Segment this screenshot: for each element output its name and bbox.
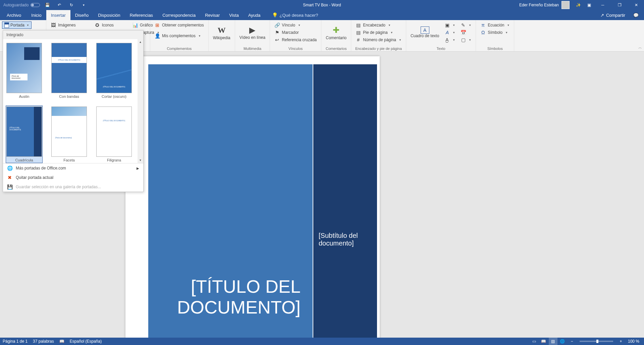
minimize-button[interactable]: ─ — [595, 0, 610, 10]
document-subtitle-placeholder[interactable]: [Subtítulo del documento] — [319, 232, 372, 247]
undo-icon[interactable]: ↶ — [55, 0, 64, 10]
collapse-ribbon-button[interactable]: ︿ — [638, 45, 642, 50]
faceta-thumbnail — [51, 107, 87, 157]
icons-button[interactable]: ✪Iconos — [92, 21, 116, 29]
wikipedia-button[interactable]: W Wikipedia — [211, 21, 233, 44]
qat-customize-icon[interactable]: ▼ — [79, 0, 88, 10]
share-button[interactable]: ↗ Compartir — [596, 10, 629, 20]
object-button[interactable]: ▢▼ — [458, 36, 474, 44]
tab-view[interactable]: Vista — [224, 10, 244, 20]
bookmark-button[interactable]: ⚑Marcador — [272, 29, 319, 36]
cover-template-con-bandas[interactable]: Con bandas — [51, 42, 88, 99]
tab-references[interactable]: Referencias — [125, 10, 158, 20]
word-count[interactable]: 37 palabras — [33, 339, 54, 344]
con-bandas-thumbnail — [51, 43, 87, 93]
group-comments-label: Comentarios — [323, 46, 349, 51]
zoom-in-button[interactable]: + — [616, 338, 625, 345]
cross-reference-button[interactable]: ↩Referencia cruzada — [272, 36, 319, 44]
tell-me-search[interactable]: 💡 ¿Qué desea hacer? — [265, 10, 318, 20]
header-button[interactable]: ▤Encabezado▼ — [353, 21, 404, 29]
focus-mode-button[interactable]: ▭ — [530, 338, 539, 345]
comment-icon: ✚ — [331, 25, 341, 36]
comment-button[interactable]: ✚ Comentario — [323, 21, 349, 44]
gallery-scrollbar[interactable]: ▲ ▼ — [138, 39, 143, 163]
scroll-up-icon[interactable]: ▲ — [138, 39, 143, 45]
link-button[interactable]: 🔗Vínculo▼ — [272, 21, 319, 29]
cover-main-panel[interactable]: [TÍTULO DEL DOCUMENTO] — [148, 64, 313, 338]
page-indicator[interactable]: Página 1 de 1 — [3, 339, 28, 344]
wikipedia-icon: W — [216, 25, 227, 36]
signature-icon: ✎ — [461, 22, 466, 28]
ribbon-display-icon[interactable]: ▣ — [584, 0, 594, 10]
cover-page-icon — [4, 22, 9, 28]
comments-pane-button[interactable]: 💬 — [629, 10, 643, 20]
tab-help[interactable]: Ayuda — [244, 10, 265, 20]
more-covers-office-button[interactable]: 🌐 Más portadas de Office.com ▶ — [3, 163, 143, 173]
scroll-down-icon[interactable]: ▼ — [138, 157, 143, 163]
my-addins-button[interactable]: 👤Mis complementos▼ — [152, 32, 206, 40]
drop-cap-icon: A̲ — [444, 37, 450, 43]
coming-soon-icon[interactable]: ✨ — [574, 0, 583, 10]
online-video-button[interactable]: ▶ Vídeo en línea — [237, 21, 268, 44]
maximize-button[interactable]: ❐ — [612, 0, 627, 10]
status-bar: Página 1 de 1 37 palabras 📖 Español (Esp… — [0, 338, 644, 345]
tab-layout[interactable]: Disposición — [93, 10, 125, 20]
signature-button[interactable]: ✎▼ — [458, 21, 474, 29]
zoom-level[interactable]: 100 % — [626, 339, 641, 344]
symbol-button[interactable]: ΩSímbolo▼ — [478, 29, 512, 36]
gallery-section-header: Integrado — [3, 30, 143, 39]
tab-design[interactable]: Diseño — [70, 10, 93, 20]
drop-cap-button[interactable]: A̲▼ — [442, 36, 458, 44]
close-button[interactable]: ✕ — [629, 0, 644, 10]
tab-insert[interactable]: Insertar — [46, 10, 70, 20]
group-addins-label: Complementos — [152, 46, 206, 51]
group-symbols-label: Símbolos — [478, 46, 512, 51]
group-links-label: Vínculos — [272, 46, 319, 51]
save-icon[interactable]: 💾 — [43, 0, 52, 10]
wordart-icon: A — [444, 30, 450, 35]
get-addins-button[interactable]: ⊞Obtener complementos — [152, 21, 206, 29]
page-number-button[interactable]: #Número de página▼ — [353, 36, 404, 44]
cover-template-austin[interactable]: Austin — [6, 42, 43, 99]
date-time-button[interactable]: 📅 — [458, 29, 474, 36]
cover-template-cortar-oscuro[interactable]: Cortar (oscuro) — [96, 42, 132, 99]
document-title-placeholder[interactable]: [TÍTULO DEL DOCUMENTO] — [148, 276, 301, 318]
zoom-out-button[interactable]: − — [568, 338, 576, 345]
read-mode-button[interactable]: 📖 — [539, 338, 548, 345]
redo-icon[interactable]: ↻ — [67, 0, 76, 10]
date-icon: 📅 — [461, 30, 466, 35]
remove-cover-button[interactable]: ✖ Quitar portada actual — [3, 173, 143, 182]
wordart-button[interactable]: A▼ — [442, 29, 458, 36]
cortar-thumbnail — [96, 43, 132, 93]
group-text-label: Texto — [408, 46, 474, 51]
zoom-slider[interactable] — [580, 341, 613, 342]
user-account[interactable]: Eder Ferreño Esteban — [519, 1, 572, 9]
tab-review[interactable]: Revisar — [200, 10, 224, 20]
equation-icon: π — [480, 22, 486, 28]
tab-mailings[interactable]: Correspondencia — [158, 10, 200, 20]
store-icon: ⊞ — [155, 22, 160, 28]
web-layout-button[interactable]: 🌐 — [558, 338, 567, 345]
language-indicator[interactable]: Español (España) — [70, 339, 102, 344]
spell-check-icon[interactable]: 📖 — [59, 339, 64, 344]
tab-home[interactable]: Inicio — [26, 10, 46, 20]
print-layout-button[interactable]: ▤ — [549, 338, 557, 345]
addins-icon: 👤 — [155, 33, 160, 39]
cover-template-filigrana[interactable]: Filigrana — [96, 106, 132, 163]
quick-parts-button[interactable]: ▣▼ — [442, 21, 458, 29]
cover-template-faceta[interactable]: Faceta — [51, 106, 88, 163]
cross-ref-icon: ↩ — [274, 37, 280, 43]
pictures-button[interactable]: 🖼Imágenes — [48, 21, 78, 29]
footer-button[interactable]: ▤Pie de página▼ — [353, 29, 404, 36]
cover-template-cuadricula[interactable]: Cuadrícula — [6, 106, 43, 163]
equation-button[interactable]: πEcuación▼ — [478, 21, 512, 29]
symbol-icon: Ω — [480, 30, 486, 35]
group-multimedia-label: Multimedia — [237, 46, 268, 51]
text-box-button[interactable]: A Cuadro de texto — [408, 21, 441, 44]
tab-file[interactable]: Archivo — [1, 10, 26, 20]
cover-side-panel[interactable]: [Subtítulo del documento] — [313, 64, 377, 338]
page[interactable]: [TÍTULO DEL DOCUMENTO] [Subtítulo del do… — [125, 56, 380, 338]
autosave-toggle[interactable]: Autoguardado — [3, 3, 40, 7]
quick-parts-icon: ▣ — [444, 22, 450, 28]
cover-page-button[interactable]: Portada ▼ — [2, 21, 32, 29]
